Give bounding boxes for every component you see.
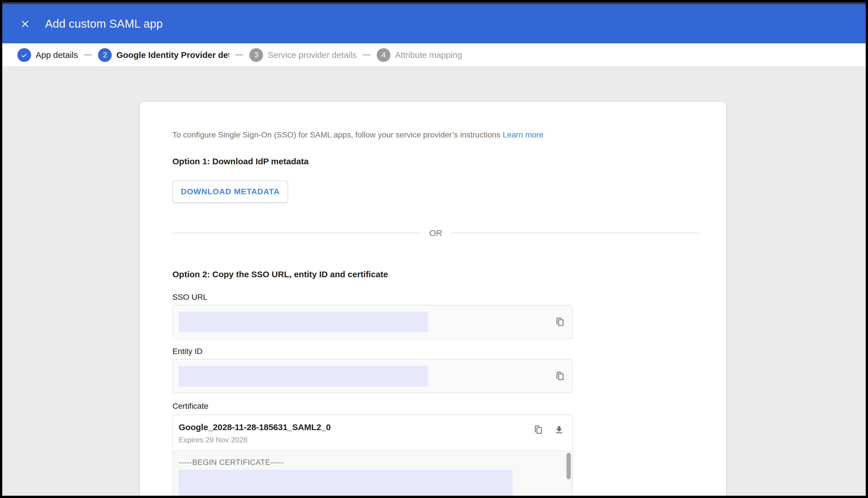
sso-url-label: SSO URL [172, 292, 699, 303]
entity-id-redacted-value [179, 366, 428, 386]
entity-id-label: Entity ID [172, 346, 699, 357]
intro-text-body: To configure Single Sign-On (SSO) for SA… [172, 130, 500, 139]
stepper-step-attribute-mapping[interactable]: 4 Attribute mapping [377, 48, 462, 62]
step-label-google-idp-details: Google Identity Provider details [116, 50, 229, 60]
certificate-expiry: Expires 29 Nov 2028 [179, 435, 331, 444]
copy-icon [533, 424, 544, 435]
certificate-label: Certificate [172, 401, 699, 411]
intro-text: To configure Single Sign-On (SSO) for SA… [172, 129, 699, 141]
step-completed-circle [17, 48, 31, 62]
download-icon [554, 425, 564, 435]
step-label-service-provider-details: Service provider details [268, 50, 356, 60]
step-connector [235, 54, 243, 55]
close-button[interactable] [18, 17, 32, 31]
divider-line [450, 233, 699, 233]
certificate-scrollbar-thumb[interactable] [567, 453, 571, 479]
stepper: App details 2 Google Identity Provider d… [2, 43, 866, 67]
step-connector [363, 54, 370, 55]
step-connector [84, 54, 92, 55]
stepper-step-app-details[interactable]: App details [17, 48, 78, 62]
divider-line [172, 233, 421, 233]
certificate-body: -----BEGIN CERTIFICATE----- [173, 451, 572, 496]
option1-heading: Option 1: Download IdP metadata [172, 155, 699, 168]
close-icon [20, 18, 30, 29]
content-area: To configure Single Sign-On (SSO) for SA… [2, 67, 866, 496]
step-4-circle: 4 [377, 48, 390, 62]
certificate-redacted-content [179, 470, 513, 496]
certificate-box: Google_2028-11-28-185631_SAML2_0 Expires… [172, 415, 573, 496]
copy-icon [555, 371, 566, 382]
or-divider: OR [172, 227, 699, 239]
copy-icon [555, 317, 566, 327]
certificate-meta: Google_2028-11-28-185631_SAML2_0 Expires… [179, 422, 331, 444]
dialog-header: Add custom SAML app [2, 4, 866, 43]
step-label-attribute-mapping: Attribute mapping [395, 50, 462, 60]
stepper-step-service-provider-details[interactable]: 3 Service provider details [249, 48, 356, 62]
check-icon [20, 51, 28, 59]
download-metadata-button[interactable]: DOWNLOAD METADATA [172, 181, 288, 203]
step-label-app-details: App details [36, 50, 78, 60]
step-3-circle: 3 [249, 48, 263, 62]
download-certificate-button[interactable] [553, 423, 565, 436]
certificate-header: Google_2028-11-28-185631_SAML2_0 Expires… [173, 415, 572, 451]
add-custom-saml-app-dialog: Add custom SAML app App details 2 Google… [0, 0, 868, 498]
copy-sso-url-button[interactable] [554, 316, 567, 328]
certificate-name: Google_2028-11-28-185631_SAML2_0 [179, 422, 331, 432]
idp-details-card: To configure Single Sign-On (SSO) for SA… [140, 102, 726, 496]
sso-url-redacted-value [179, 312, 428, 332]
stepper-step-google-idp-details[interactable]: 2 Google Identity Provider details [98, 48, 229, 62]
step-2-circle: 2 [98, 48, 112, 62]
certificate-actions [532, 423, 565, 436]
entity-id-field [172, 359, 573, 393]
divider-label: OR [430, 228, 442, 238]
learn-more-link[interactable]: Learn more [503, 130, 543, 139]
certificate-begin-line: -----BEGIN CERTIFICATE----- [179, 458, 572, 467]
sso-url-field [172, 305, 573, 339]
dialog-title: Add custom SAML app [45, 17, 163, 30]
copy-entity-id-button[interactable] [554, 370, 567, 382]
copy-certificate-button[interactable] [532, 423, 545, 436]
option2-heading: Option 2: Copy the SSO URL, entity ID an… [172, 268, 699, 280]
window-edge [2, 2, 866, 4]
